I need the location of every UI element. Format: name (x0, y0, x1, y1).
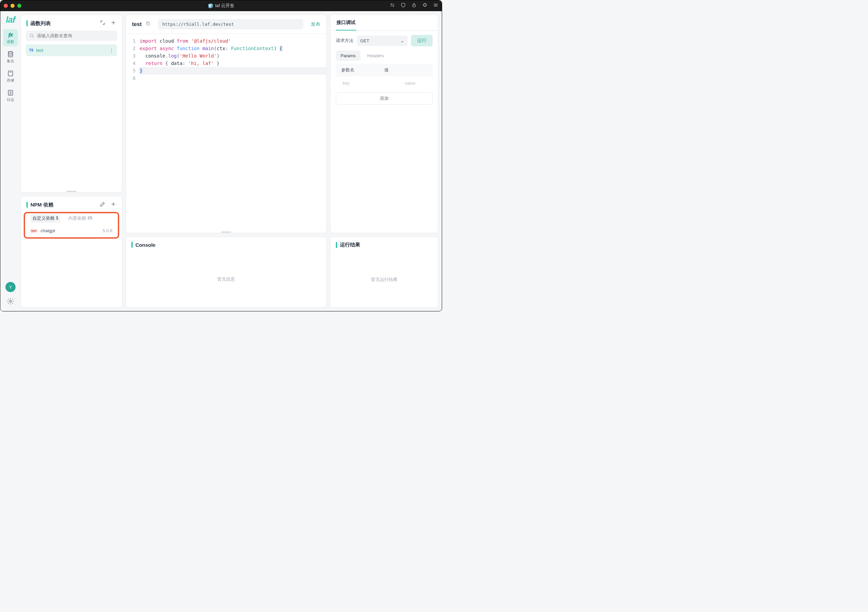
rail-item-logs[interactable]: 日志 (3, 87, 18, 104)
shield-icon[interactable] (400, 2, 406, 9)
lock-icon[interactable] (411, 2, 417, 9)
dependency-row[interactable]: npm chatgpt 5.0.8 (25, 225, 118, 236)
console-title: Console (135, 242, 321, 248)
svg-rect-4 (413, 5, 415, 7)
dependency-name: chatgpt (40, 228, 55, 233)
tab-builtin-deps[interactable]: 内置依赖 25 (67, 214, 94, 223)
svg-rect-10 (8, 71, 13, 76)
console-panel: Console 暂无信息 (126, 237, 327, 308)
copy-name-icon[interactable] (146, 21, 150, 28)
add-dependency-icon[interactable] (110, 201, 116, 209)
nav-rail: laf ƒx 函数 集合 存储 日志 Y (0, 11, 21, 311)
dependency-version: 5.0.8 (102, 228, 112, 233)
tab-params[interactable]: Params (336, 50, 361, 61)
npm-title: NPM 依赖 (31, 202, 97, 208)
svg-point-16 (9, 300, 11, 302)
close-window-button[interactable] (4, 4, 8, 8)
svg-line-20 (33, 37, 34, 37)
function-search-input[interactable] (37, 33, 114, 38)
function-search[interactable] (26, 31, 117, 41)
publish-button[interactable]: 发布 (311, 21, 320, 28)
svg-text:ƒx: ƒx (8, 32, 13, 37)
rail-item-storage[interactable]: 存储 (3, 68, 18, 85)
rail-item-collections[interactable]: 集合 (3, 48, 18, 66)
maximize-window-button[interactable] (17, 4, 21, 8)
svg-point-2 (393, 5, 394, 6)
minimize-window-button[interactable] (11, 4, 15, 8)
function-name: test (36, 48, 43, 53)
code-editor[interactable]: 123456 import cloud from '@lafjs/cloud'e… (126, 34, 326, 85)
search-icon (29, 33, 34, 38)
refresh-icon[interactable] (99, 20, 105, 27)
logo: laf (6, 15, 15, 25)
user-avatar[interactable]: Y (5, 282, 16, 292)
method-label: 请求方法 (336, 37, 353, 44)
param-table-header: 参数名 值 (336, 64, 432, 76)
rail-item-functions[interactable]: ƒx 函数 (3, 29, 18, 46)
result-empty: 暂无运行结果 (330, 251, 438, 307)
function-more-icon[interactable]: ⋮ (109, 48, 114, 53)
param-key-input[interactable] (341, 79, 401, 88)
tab-headers[interactable]: Headers (363, 50, 389, 61)
svg-point-19 (30, 34, 33, 37)
tab-custom-deps[interactable]: 自定义依赖 1 (31, 214, 60, 223)
tune-icon[interactable] (390, 2, 395, 9)
settings-icon[interactable] (7, 297, 14, 306)
result-panel: 运行结果 暂无运行结果 (330, 237, 439, 308)
param-row: ✕ (336, 76, 432, 90)
svg-point-9 (8, 51, 13, 53)
chevron-down-icon: ⌄ (400, 38, 404, 43)
window-titlebar: 🧊 laf 云开发 (0, 0, 442, 11)
npm-panel: NPM 依赖 自定义依赖 1 内置依赖 25 (21, 196, 122, 308)
functions-title: 函数列表 (31, 20, 97, 27)
traffic-lights (4, 4, 21, 8)
svg-rect-23 (147, 23, 150, 25)
highlighted-region: 自定义依赖 1 内置依赖 25 npm chatgpt 5.0.8 (24, 212, 119, 239)
svg-point-0 (391, 4, 392, 5)
extension-icon[interactable] (422, 2, 428, 9)
editor-function-name: test (132, 21, 141, 28)
tab-api-debug[interactable]: 接口调试 (336, 15, 356, 31)
console-empty: 暂无信息 (126, 251, 326, 307)
editor-panel: test https://r5iall.laf.dev/test 发布 1234… (126, 15, 327, 233)
menu-icon[interactable] (433, 2, 439, 9)
run-button[interactable]: 运行 (411, 35, 432, 46)
window-title: 🧊 laf 云开发 (208, 3, 234, 9)
function-item-test[interactable]: TS test ⋮ (26, 44, 117, 56)
add-function-icon[interactable] (110, 20, 116, 27)
functions-panel: 函数列表 TS test ⋮ (21, 15, 122, 193)
method-select[interactable]: GET ⌄ (357, 36, 408, 46)
debug-panel: 接口调试 请求方法 GET ⌄ 运行 Params Headers 参数名 值 (330, 15, 439, 233)
add-param-button[interactable]: 添加 (336, 92, 432, 105)
result-title: 运行结果 (340, 242, 432, 248)
edit-icon[interactable] (99, 201, 105, 209)
vertical-resize-handle[interactable] (21, 190, 122, 192)
ts-badge: TS (29, 48, 34, 52)
npm-icon: npm (31, 229, 37, 233)
param-value-input[interactable] (403, 79, 439, 88)
editor-resize-handle[interactable] (126, 231, 326, 233)
function-url[interactable]: https://r5iall.laf.dev/test (158, 19, 303, 29)
app-icon: 🧊 (208, 3, 213, 8)
